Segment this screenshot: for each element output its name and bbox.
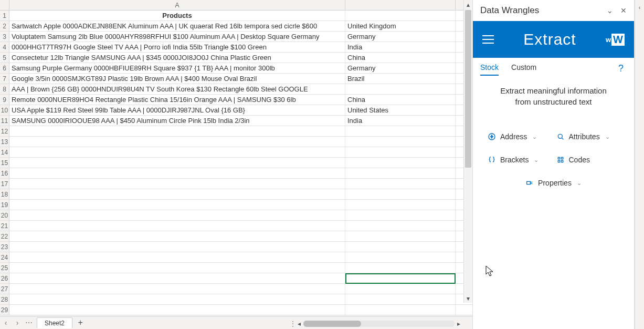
cell-B16[interactable] [345,168,456,178]
row-header-21[interactable]: 21 [0,221,9,231]
row-header-7[interactable]: 7 [0,74,9,84]
scroll-down-arrow-icon[interactable]: ▾ [467,294,470,303]
row-header-20[interactable]: 20 [0,210,9,220]
option-attributes[interactable]: Attributes⌄ [556,132,620,141]
sheet-nav-prev[interactable]: ‹ [0,316,12,330]
row-header-9[interactable]: 9 [0,95,9,105]
row-header-29[interactable]: 29 [0,305,9,315]
row-header-26[interactable]: 26 [0,273,9,283]
row-header-6[interactable]: 6 [0,63,9,73]
cell-A9[interactable]: Remote 0000NUER89HO4 Rectangle Plastic C… [9,95,345,105]
cell-A15[interactable] [9,158,345,168]
cell-B8[interactable] [345,84,456,94]
row-header-25[interactable]: 25 [0,263,9,273]
help-icon[interactable]: ? [618,63,624,76]
cell-B3[interactable]: Germany [345,32,456,42]
row-header-22[interactable]: 22 [0,231,9,241]
cell-A2[interactable]: Sartwatch Apple 0000ADKEJN88ENK Aluminum… [9,21,345,31]
cell-A10[interactable]: USA Apple $119 Red Steel 99lb Table AAA … [9,105,345,115]
cell-A21[interactable] [9,221,345,231]
cell-B10[interactable]: United States [345,105,456,115]
row-header-8[interactable]: 8 [0,84,9,94]
hscroll-thumb[interactable] [303,321,361,327]
cell-A11[interactable]: SAMSUNG 0000IRIOOUE98 AAA | $450 Aluminu… [9,116,345,126]
cell-B7[interactable]: Brazil [345,74,456,84]
row-header-19[interactable]: 19 [0,200,9,210]
row-header-2[interactable]: 2 [0,21,9,31]
row-header-24[interactable]: 24 [0,252,9,262]
sheet-nav-next[interactable]: › [12,316,23,330]
cell-A3[interactable]: Voluptatem Samsung 2lb Blue 0000AHYR898R… [9,32,345,42]
scroll-thumb[interactable] [465,10,471,168]
cell-A18[interactable] [9,189,345,199]
cell-A19[interactable] [9,200,345,210]
cell-A6[interactable]: Samsung Purple Germany 0000HBFIUE89RH Sq… [9,63,345,73]
cell-B21[interactable] [345,221,456,231]
task-pane-close-icon[interactable]: ✕ [620,6,627,15]
cell-B12[interactable] [345,126,456,136]
select-all-corner[interactable] [0,0,9,10]
row-header-1[interactable]: 1 [0,11,9,20]
grid[interactable]: A 1 Products 2Sartwatch Apple 0000ADKEJN… [0,0,472,316]
cell-A17[interactable] [9,179,345,189]
cell-A8[interactable]: AAA | Brown {256 GB} 0000HNDUIR98U4N TV … [9,84,345,94]
option-brackets[interactable]: Brackets⌄ [488,156,551,164]
row-header-18[interactable]: 18 [0,189,9,199]
split-handle-icon[interactable]: ⋮ [290,320,293,327]
cell-A7[interactable]: Google 3/5in 0000SMJKGT89J Plastic 19lb … [9,74,345,84]
side-collapse-strip[interactable]: ‹ [635,0,644,329]
row-header-12[interactable]: 12 [0,126,9,136]
row-header-16[interactable]: 16 [0,168,9,178]
sheet-add-button[interactable]: + [72,318,88,327]
cell-A4[interactable]: 0000HHGT7TR97H Google Steel TV AAA | Por… [9,42,345,52]
cell-B14[interactable] [345,147,456,157]
row-header-3[interactable]: 3 [0,32,9,42]
tab-stock[interactable]: Stock [480,63,499,76]
cell-A28[interactable] [9,294,345,304]
cell-A14[interactable] [9,147,345,157]
task-pane-dropdown-icon[interactable]: ⌄ [607,6,613,15]
menu-icon[interactable] [482,35,494,44]
cell-B19[interactable] [345,200,456,210]
cell-A24[interactable] [9,252,345,262]
option-properties[interactable]: Properties⌄ [488,179,619,187]
tab-custom[interactable]: Custom [511,63,536,76]
sheet-nav-menu[interactable]: ⋯ [23,316,35,330]
cell-B1[interactable] [345,11,456,20]
row-header-17[interactable]: 17 [0,179,9,189]
cell-B18[interactable] [345,189,456,199]
cell-B27[interactable] [345,284,456,294]
row-header-4[interactable]: 4 [0,42,9,52]
row-header-23[interactable]: 23 [0,242,9,252]
cell-A23[interactable] [9,242,345,252]
cell-A20[interactable] [9,210,345,220]
cell-A29[interactable] [9,305,345,315]
row-header-27[interactable]: 27 [0,284,9,294]
cell-A22[interactable] [9,231,345,241]
cell-B24[interactable] [345,252,456,262]
column-header-B[interactable] [345,0,456,10]
cell-B29[interactable] [345,305,456,315]
cell-B13[interactable] [345,137,456,147]
row-header-11[interactable]: 11 [0,116,9,126]
cell-B2[interactable]: United Kingdom [345,21,456,31]
cell-A16[interactable] [9,168,345,178]
cell-B28[interactable] [345,294,456,304]
cell-A12[interactable] [9,126,345,136]
cell-B6[interactable]: Germany [345,63,456,73]
cell-A25[interactable] [9,263,345,273]
cell-A13[interactable] [9,137,345,147]
column-header-A[interactable]: A [9,0,345,10]
hscroll-right-arrow-icon[interactable]: ▸ [455,320,463,327]
cell-A5[interactable]: Consectetur 12lb Triangle SAMSUNG AAA | … [9,53,345,63]
cell-A27[interactable] [9,284,345,294]
cell-B5[interactable]: China [345,53,456,63]
cell-B15[interactable] [345,158,456,168]
cell-B4[interactable]: India [345,42,456,52]
sheet-tab-active[interactable]: Sheet2 [37,317,72,328]
row-header-15[interactable]: 15 [0,158,9,168]
cell-B11[interactable]: India [345,116,456,126]
scroll-up-arrow-icon[interactable]: ▴ [465,0,471,9]
cell-A26[interactable] [9,273,345,283]
option-codes[interactable]: Codes [556,156,620,164]
